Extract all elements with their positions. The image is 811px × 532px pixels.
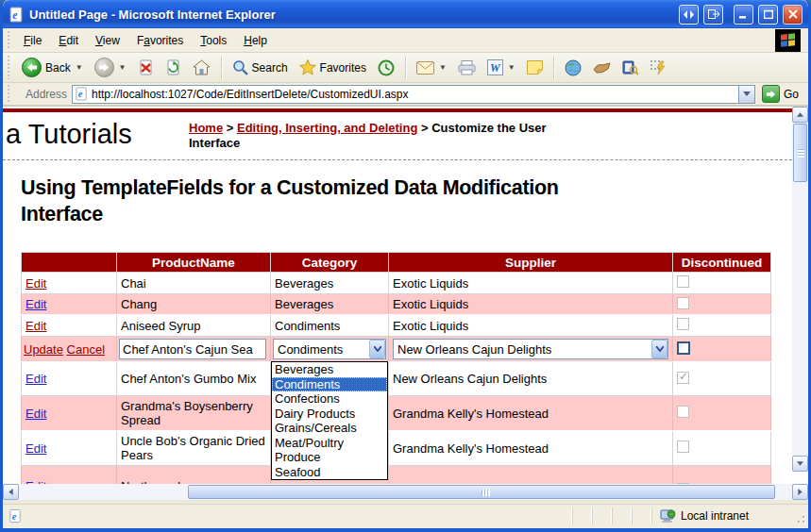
dropdown-option[interactable]: Seafood	[272, 465, 387, 480]
edit-link[interactable]: Edit	[25, 319, 46, 333]
maximize-button[interactable]	[758, 5, 778, 25]
edit-link[interactable]: Edit	[25, 407, 46, 421]
menu-view[interactable]: View	[87, 31, 128, 50]
title-bar: e Untitled Page - Microsoft Internet Exp…	[3, 0, 808, 28]
browser-viewport: a Tutorials Home > Editing, Inserting, a…	[3, 107, 808, 500]
product-name-input[interactable]	[119, 339, 266, 359]
supplier-cell: Exotic Liquids	[389, 273, 673, 294]
supplier-cell: Exotic Liquids	[389, 294, 673, 315]
discontinued-checkbox	[677, 372, 689, 384]
breadcrumb-section-link[interactable]: Editing, Inserting, and Deleting	[237, 121, 417, 135]
favorites-button[interactable]: Favorites	[295, 58, 371, 77]
security-zone-label: Local intranet	[681, 509, 749, 523]
category-cell: Beverages	[271, 273, 389, 294]
print-icon	[458, 60, 476, 75]
msn-explorer-button[interactable]	[560, 58, 586, 78]
scroll-down-button[interactable]	[792, 456, 808, 472]
search-button[interactable]: Search	[228, 58, 293, 77]
discuss-note-icon	[527, 60, 543, 75]
update-link[interactable]: Update	[24, 342, 63, 357]
supplier-dropdown[interactable]: New Orleans Cajun Delights	[393, 339, 668, 359]
dropdown-option[interactable]: Confections	[272, 391, 387, 407]
dropdown-option[interactable]: Produce	[272, 450, 387, 465]
address-dropdown-button[interactable]	[738, 86, 754, 103]
category-dropdown-list: Beverages Condiments Confections Dairy P…	[271, 361, 388, 480]
pan-arrows-button[interactable]	[679, 5, 699, 25]
stop-button[interactable]	[133, 58, 159, 78]
dropdown-option[interactable]: Beverages	[272, 362, 387, 377]
back-dropdown-icon[interactable]: ▼	[76, 63, 83, 72]
chevron-down-icon[interactable]	[651, 340, 667, 358]
menu-edit[interactable]: Edit	[50, 31, 87, 50]
edit-with-word-button[interactable]: W ▼	[482, 58, 520, 77]
menu-help[interactable]: Help	[235, 31, 276, 50]
menu-tools[interactable]: Tools	[192, 31, 235, 50]
edit-link[interactable]: Edit	[25, 372, 46, 386]
toolbar-grip[interactable]	[7, 85, 11, 102]
chevron-down-icon[interactable]	[369, 340, 385, 358]
research-button[interactable]	[617, 58, 643, 77]
edit-link[interactable]: Edit	[25, 441, 46, 456]
dropdown-option[interactable]: Dairy Products	[272, 407, 387, 422]
table-row: Edit Chang Beverages Exotic Liquids	[22, 294, 771, 315]
cancel-link[interactable]: Cancel	[67, 342, 105, 357]
mail-icon	[416, 61, 434, 75]
menu-favorites[interactable]: Favorites	[128, 31, 192, 50]
home-button[interactable]	[188, 58, 215, 77]
menu-bar: File Edit View Favorites Tools Help	[3, 28, 808, 53]
dropdown-option[interactable]: Grains/Cereals	[272, 421, 387, 436]
close-button[interactable]	[783, 5, 803, 25]
status-pane	[592, 507, 610, 524]
toolbar-separator	[221, 57, 222, 79]
breadcrumb-home-link[interactable]: Home	[189, 121, 223, 135]
address-input[interactable]	[89, 87, 738, 102]
go-button[interactable]: Go	[760, 84, 804, 104]
mail-button[interactable]: ▼	[412, 59, 451, 76]
category-dropdown-value: Condiments	[274, 342, 369, 357]
scroll-up-button[interactable]	[792, 107, 808, 123]
back-button[interactable]: Back ▼	[17, 56, 88, 79]
edit-dropdown-icon[interactable]: ▼	[508, 63, 515, 72]
status-bar: e Local intranet	[3, 504, 808, 528]
messenger-button[interactable]	[645, 58, 670, 77]
history-button[interactable]	[373, 58, 399, 78]
breadcrumb-separator: >	[227, 121, 234, 135]
edit-link[interactable]: Edit	[25, 276, 46, 291]
forward-button[interactable]: ▼	[90, 56, 131, 79]
discuss-button[interactable]	[522, 58, 548, 76]
supplier-cell: Grandma Kelly's Homestead	[389, 396, 673, 431]
web-page: a Tutorials Home > Editing, Inserting, a…	[3, 107, 792, 488]
document-icon: e	[8, 508, 23, 524]
back-icon	[22, 58, 42, 77]
resize-grip[interactable]	[793, 507, 806, 524]
page-title: Using TemplateFields for a Customized Da…	[21, 175, 564, 227]
actions-header	[22, 253, 117, 273]
print-button[interactable]	[453, 58, 481, 77]
refresh-button[interactable]	[161, 58, 186, 78]
toolbar-grip[interactable]	[7, 56, 11, 79]
horizontal-scroll-thumb[interactable]	[188, 485, 775, 499]
minimize-button[interactable]	[734, 5, 753, 25]
messenger-icon	[650, 59, 666, 75]
category-cell: Beverages	[271, 294, 389, 315]
scroll-left-button[interactable]	[3, 484, 19, 500]
discontinued-checkbox[interactable]	[677, 341, 690, 355]
mail-dropdown-icon[interactable]: ▼	[439, 63, 447, 72]
courier-button[interactable]	[588, 59, 616, 76]
svg-text:W: W	[490, 61, 501, 75]
scroll-right-button[interactable]	[792, 484, 808, 500]
popout-button[interactable]	[703, 5, 723, 25]
forward-icon	[94, 58, 114, 77]
edit-link[interactable]: Edit	[25, 297, 46, 311]
vertical-scrollbar[interactable]	[792, 107, 808, 472]
menu-file[interactable]: File	[15, 31, 50, 50]
dropdown-option[interactable]: Meat/Poultry	[272, 436, 387, 451]
favorites-icon	[299, 59, 316, 75]
dropdown-option-selected[interactable]: Condiments	[272, 377, 387, 392]
browser-window: e Untitled Page - Microsoft Internet Exp…	[0, 0, 811, 532]
back-label: Back	[45, 61, 71, 75]
toolbar-grip[interactable]	[7, 31, 11, 50]
vertical-scroll-thumb[interactable]	[793, 124, 807, 182]
horizontal-scrollbar[interactable]	[3, 484, 808, 500]
category-dropdown[interactable]: Condiments	[273, 339, 386, 359]
